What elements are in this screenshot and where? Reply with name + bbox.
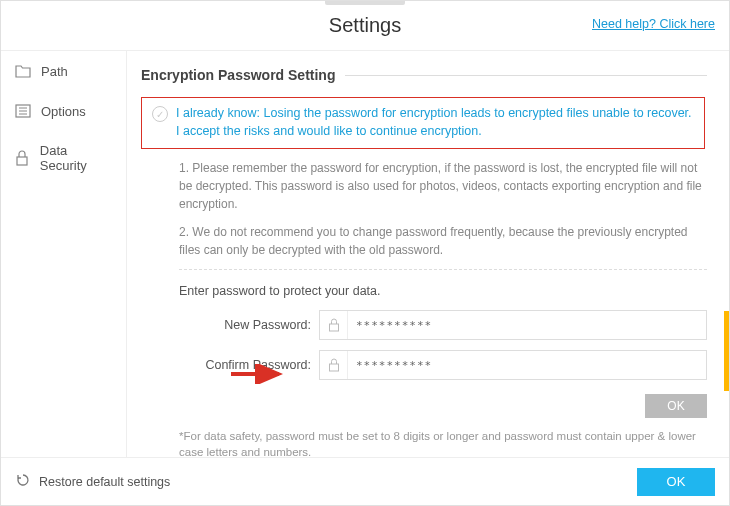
header: Settings Need help? Click here [1,1,729,51]
lock-icon [15,150,30,166]
password-prompt: Enter password to protect your data. [141,284,707,298]
new-password-input[interactable] [348,311,706,339]
sidebar-item-options[interactable]: Options [1,91,126,131]
list-icon [15,103,31,119]
confirm-password-input[interactable] [348,351,706,379]
svg-rect-4 [17,157,27,165]
lock-icon [320,351,348,379]
footer: Restore default settings OK [1,457,729,505]
ok-button[interactable]: OK [637,468,715,496]
password-hint: *For data safety, password must be set t… [141,418,707,457]
section-title: Encryption Password Setting [141,67,707,83]
new-password-label: New Password: [179,318,319,332]
new-password-input-wrap[interactable] [319,310,707,340]
warning-box[interactable]: ✓ I already know: Losing the password fo… [141,97,705,149]
lock-icon [320,311,348,339]
svg-rect-6 [329,364,338,371]
sidebar-item-label: Options [41,104,86,119]
scrollbar-thumb[interactable] [724,311,729,391]
folder-icon [15,63,31,79]
window-drag-handle [325,1,405,5]
page-title: Settings [329,14,401,37]
new-password-row: New Password: [141,310,707,340]
confirm-password-row: Confirm Password: [141,350,707,380]
note-2: 2. We do not recommend you to change pas… [141,223,707,259]
ok-password-button[interactable]: OK [645,394,707,418]
help-link[interactable]: Need help? Click here [592,17,715,31]
sidebar-item-data-security[interactable]: Data Security [1,131,126,185]
sidebar: Path Options Data Security [1,51,127,457]
restore-label: Restore default settings [39,475,170,489]
svg-rect-5 [329,324,338,331]
confirm-password-input-wrap[interactable] [319,350,707,380]
sidebar-item-path[interactable]: Path [1,51,126,91]
warning-text: I already know: Losing the password for … [176,104,694,140]
restore-defaults-button[interactable]: Restore default settings [15,472,170,491]
restore-icon [15,472,31,491]
confirm-password-label: Confirm Password: [179,358,319,372]
sidebar-item-label: Path [41,64,68,79]
content-panel: Encryption Password Setting ✓ I already … [127,51,729,457]
sidebar-item-label: Data Security [40,143,112,173]
separator [179,269,707,270]
check-icon: ✓ [152,106,168,122]
note-1: 1. Please remember the password for encr… [141,159,707,213]
